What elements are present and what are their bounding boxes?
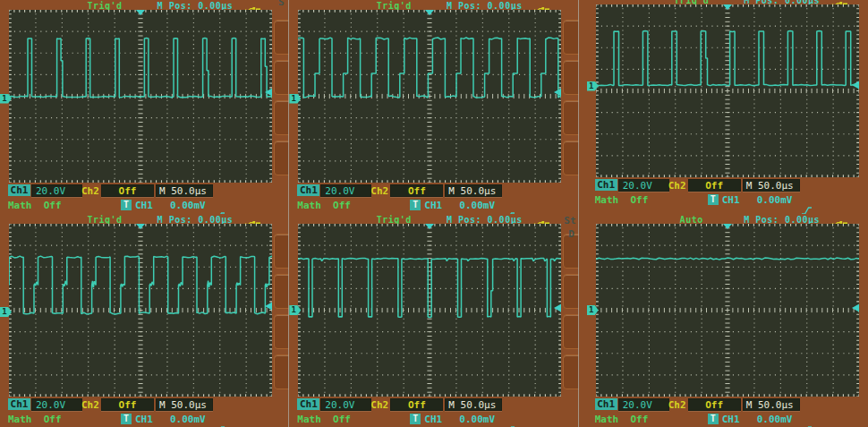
- status-bar: Ch1 20.0V Ch2 Off M 50.0µs Math Off T CH…: [0, 184, 290, 214]
- math-status: Math Off: [8, 200, 62, 211]
- ch2-scale-readout: Off: [390, 398, 443, 411]
- trigger-badge: T: [410, 200, 421, 210]
- ch2-label: Ch2: [370, 399, 388, 411]
- trigger-source: CH1: [424, 414, 442, 425]
- oscilloscope-screen: Trig'd M Pos: 0.00µs 1 Ch1 20.0V Ch2: [0, 0, 290, 214]
- waveform-display: [596, 224, 859, 397]
- waveform-display: [9, 224, 272, 397]
- rising-edge-icon: [742, 413, 753, 424]
- ch2-scale-readout: Off: [101, 398, 154, 411]
- rising-edge-icon: [742, 193, 753, 205]
- timebase-readout: M 50.0µs: [156, 398, 213, 411]
- timebase-readout: M 50.0µs: [743, 398, 800, 411]
- trigger-badge: T: [121, 414, 132, 424]
- trigger-level-readout: 0.00mV: [757, 414, 793, 425]
- trigger-badge: T: [708, 414, 719, 424]
- timebase-readout: M 50.0µs: [445, 184, 502, 197]
- oscilloscope-screenshot-grid: Trig'd M Pos: 0.00µs 1 Ch1 20.0V Ch2: [0, 0, 868, 427]
- waveform-plot: [9, 224, 272, 397]
- side-menu-button: [563, 274, 579, 309]
- waveform-display: [596, 4, 859, 177]
- side-menu-button: [563, 354, 579, 389]
- waveform-plot: [596, 4, 859, 177]
- ch1-badge: Ch1: [8, 398, 30, 410]
- ch1-badge: Ch1: [297, 184, 319, 196]
- trigger-source: CH1: [722, 414, 740, 425]
- ch2-scale-readout: Off: [101, 184, 154, 197]
- ch1-scale-readout: 20.0V: [320, 184, 371, 197]
- waveform-display: [9, 10, 272, 183]
- timebase-readout: M 50.0µs: [156, 184, 213, 197]
- status-bar: Ch1 20.0V Ch2 Off M 50.0µs Math Off T CH…: [289, 397, 579, 427]
- ch2-label: Ch2: [370, 185, 388, 197]
- ch2-label: Ch2: [81, 185, 99, 197]
- ch1-scale-readout: 20.0V: [618, 179, 669, 192]
- trigger-level-readout: 0.00mV: [757, 194, 793, 206]
- waveform-plot: [9, 10, 272, 183]
- trigger-badge: T: [410, 414, 421, 424]
- ch1-scale-readout: 20.0V: [31, 184, 82, 197]
- ch2-label: Ch2: [81, 399, 99, 411]
- oscilloscope-screen: Auto M Pos: 0.00µs 1 Ch1 20.0V Ch2: [579, 214, 868, 427]
- screen-edge-text-fragment: D: [568, 228, 574, 240]
- ch2-label: Ch2: [668, 180, 686, 192]
- scope-screen-content: Trig'd M Pos: 0.00µs 1 Ch1 20.0V Ch2: [587, 0, 868, 209]
- side-menu-edge: [563, 20, 579, 194]
- math-status: Math Off: [297, 414, 351, 425]
- side-menu-button: [563, 20, 579, 55]
- waveform-plot: [596, 224, 859, 397]
- ch1-badge: Ch1: [8, 184, 30, 196]
- ch2-scale-readout: Off: [390, 184, 443, 197]
- waveform-display: [298, 10, 561, 183]
- oscilloscope-screen: Trig'd M Pos: 0.00µs 1 Ch1 20.0V Ch2: [289, 214, 579, 427]
- rising-edge-icon: [444, 413, 455, 424]
- trigger-level-readout: 0.00mV: [459, 414, 495, 425]
- oscilloscope-screen: Trig'd M Pos: 0.00µs 1 Ch1 20.0V Ch2: [0, 214, 290, 427]
- scope-screen-content: Trig'd M Pos: 0.00µs 1 Ch1 20.0V Ch2: [289, 214, 579, 427]
- ch1-scale-readout: 20.0V: [320, 398, 371, 411]
- ch1-scale-readout: 20.0V: [618, 398, 669, 411]
- rising-edge-icon: [155, 199, 166, 210]
- trigger-source: CH1: [135, 414, 153, 425]
- math-status: Math Off: [8, 414, 62, 425]
- side-menu-button: [563, 60, 579, 95]
- rising-edge-icon: [155, 413, 166, 424]
- side-menu-button: [563, 100, 579, 135]
- rising-edge-icon: [444, 199, 455, 210]
- status-bar: Ch1 20.0V Ch2 Off M 50.0µs Math Off T CH…: [0, 397, 290, 427]
- tile-separator: [578, 0, 579, 427]
- side-menu-edge: [563, 234, 579, 408]
- status-bar: Ch1 20.0V Ch2 Off M 50.0µs Math Off T CH…: [587, 397, 868, 427]
- scope-screen-content: Trig'd M Pos: 0.00µs 1 Ch1 20.0V Ch2: [0, 0, 290, 214]
- scope-screen-content: Trig'd M Pos: 0.00µs 1 Ch1 20.0V Ch2: [289, 0, 579, 214]
- timebase-readout: M 50.0µs: [743, 179, 800, 192]
- math-status: Math Off: [297, 200, 351, 211]
- side-menu-button: [563, 314, 579, 349]
- oscilloscope-screen: Trig'd M Pos: 0.00µs 1 Ch1 20.0V Ch2: [579, 0, 868, 214]
- ch1-badge: Ch1: [297, 398, 319, 410]
- tile-separator: [288, 0, 289, 427]
- trigger-source: CH1: [424, 200, 442, 211]
- math-status: Math Off: [595, 414, 649, 425]
- ch2-scale-readout: Off: [688, 179, 741, 192]
- scope-screen-content: Auto M Pos: 0.00µs 1 Ch1 20.0V Ch2: [587, 214, 868, 427]
- status-bar: Ch1 20.0V Ch2 Off M 50.0µs Math Off T CH…: [289, 184, 579, 214]
- ch2-scale-readout: Off: [688, 398, 741, 411]
- trigger-source: CH1: [722, 194, 740, 206]
- waveform-display: [298, 224, 561, 397]
- oscilloscope-screen: Trig'd M Pos: 0.00µs 1 Ch1 20.0V Ch2: [289, 0, 579, 214]
- trigger-level-readout: 0.00mV: [170, 200, 206, 211]
- scope-screen-content: Trig'd M Pos: 0.00µs 1 Ch1 20.0V Ch2: [0, 214, 290, 427]
- trigger-badge: T: [708, 194, 719, 205]
- trigger-level-readout: 0.00mV: [170, 414, 206, 425]
- math-status: Math Off: [595, 194, 649, 206]
- status-bar: Ch1 20.0V Ch2 Off M 50.0µs Math Off T CH…: [587, 178, 868, 209]
- ch2-label: Ch2: [668, 399, 686, 411]
- ch1-badge: Ch1: [595, 179, 617, 191]
- side-menu-button: [563, 141, 579, 175]
- trigger-badge: T: [121, 200, 132, 210]
- trigger-level-readout: 0.00mV: [459, 200, 495, 211]
- waveform-plot: [298, 10, 561, 183]
- screen-edge-text-fragment: St: [564, 215, 575, 226]
- waveform-plot: [298, 224, 561, 397]
